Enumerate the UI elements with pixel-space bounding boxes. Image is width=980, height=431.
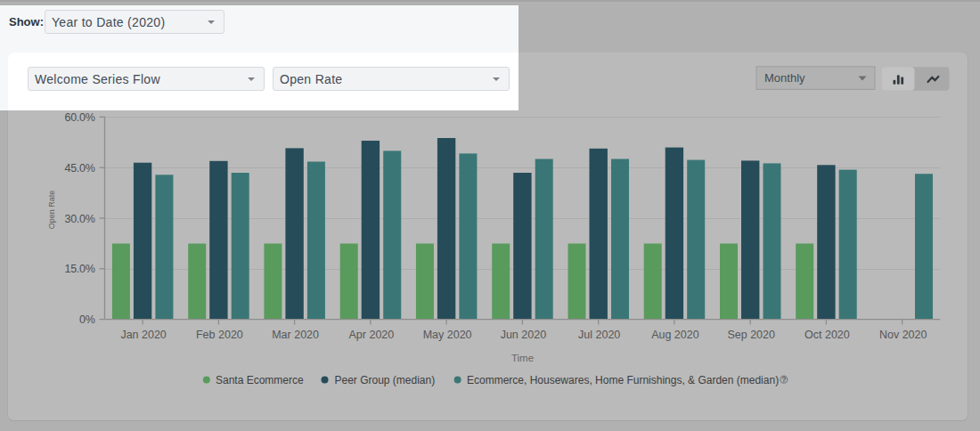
svg-text:Peer Group (median): Peer Group (median) (335, 374, 436, 386)
svg-text:Mar 2020: Mar 2020 (272, 329, 319, 341)
svg-text:May 2020: May 2020 (423, 329, 472, 341)
svg-text:0%: 0% (79, 313, 95, 326)
svg-text:Jan 2020: Jan 2020 (120, 329, 166, 341)
svg-text:Ecommerce, Housewares, Home Fu: Ecommerce, Housewares, Home Furnishings,… (467, 374, 779, 386)
svg-text:Sep 2020: Sep 2020 (727, 329, 775, 341)
svg-text:Nov 2020: Nov 2020 (879, 329, 927, 341)
svg-text:30.0%: 30.0% (65, 213, 95, 225)
svg-text:15.0%: 15.0% (65, 263, 95, 275)
svg-text:60.0%: 60.0% (65, 111, 95, 124)
svg-text:?: ? (781, 376, 786, 384)
svg-text:Aug 2020: Aug 2020 (651, 329, 699, 341)
svg-text:Santa Ecommerce: Santa Ecommerce (216, 374, 304, 386)
svg-text:45.0%: 45.0% (65, 162, 95, 175)
svg-text:Jun 2020: Jun 2020 (501, 329, 546, 341)
svg-text:Monthly: Monthly (764, 71, 805, 85)
svg-text:Open Rate: Open Rate (47, 191, 56, 230)
svg-text:Oct 2020: Oct 2020 (804, 329, 850, 341)
svg-text:Time: Time (511, 353, 534, 363)
svg-text:Jul 2020: Jul 2020 (578, 329, 620, 341)
svg-text:Feb 2020: Feb 2020 (196, 329, 243, 341)
svg-text:Apr 2020: Apr 2020 (349, 329, 395, 341)
